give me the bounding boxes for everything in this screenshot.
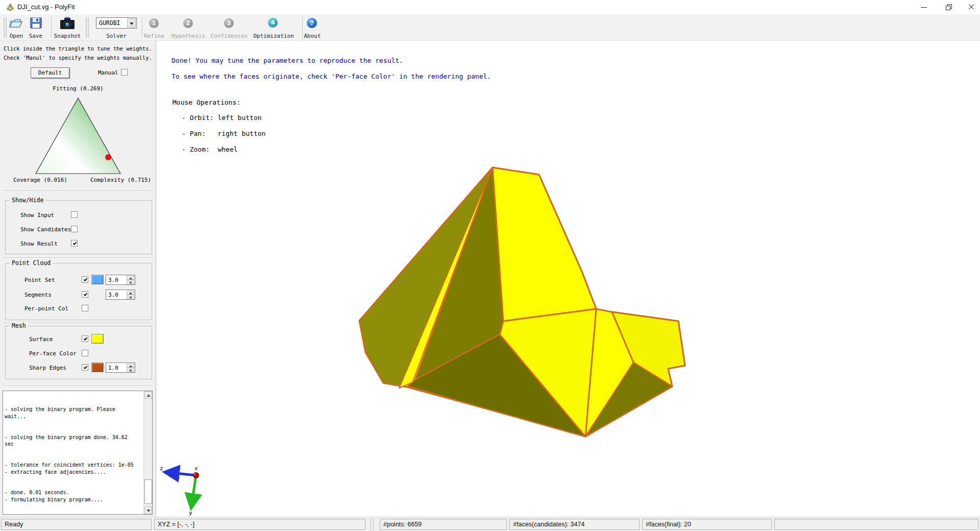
spin-down-icon[interactable] — [127, 295, 134, 299]
per-face-color-checkbox[interactable] — [82, 350, 88, 356]
coverage-label: Coverage (0.016) — [13, 177, 67, 183]
status-empty — [774, 519, 978, 530]
snapshot-camera-icon[interactable] — [59, 16, 76, 30]
scroll-up-icon[interactable] — [144, 391, 152, 399]
instruction-line2: Check 'Manul' to specify the weights man… — [4, 55, 152, 61]
open-folder-icon[interactable] — [8, 17, 23, 29]
render-viewport[interactable]: Done! You may tune the parameters to rep… — [157, 41, 980, 517]
restore-button[interactable] — [938, 0, 962, 14]
point-set-checkbox[interactable] — [82, 276, 88, 283]
mesh-3d[interactable] — [307, 148, 705, 454]
status-faces-final: #faces(final): 20 — [642, 519, 772, 530]
default-button[interactable]: Default — [31, 67, 69, 78]
separator — [3, 257, 152, 258]
point-set-color-button[interactable] — [91, 275, 104, 284]
axis-origin — [193, 472, 199, 478]
surface-color-button[interactable] — [91, 334, 104, 344]
point-set-label: Point Set — [24, 277, 55, 283]
message-line2: To see where the faces originate, check … — [172, 73, 491, 80]
step1-refine-button[interactable]: Refine — [142, 33, 166, 39]
scroll-down-icon[interactable] — [144, 506, 152, 514]
show-candidates-label: Show Candidates — [20, 226, 71, 233]
show-candidates-checkbox[interactable] — [71, 226, 78, 232]
show-result-label: Show Result — [20, 240, 58, 247]
mouse-ops-zoom: - Zoom: wheel — [182, 146, 238, 153]
save-floppy-icon[interactable] — [30, 17, 43, 29]
show-result-checkbox[interactable] — [71, 240, 78, 247]
per-point-col-label: Per-point Col — [24, 305, 68, 312]
mesh-title: Mesh — [10, 322, 28, 329]
sharp-edges-label: Sharp Edges — [29, 365, 66, 371]
left-panel: Click inside the triangle to tune the we… — [0, 41, 156, 517]
spin-down-icon[interactable] — [127, 280, 134, 284]
log-text: - solving the binary program. Pleasewait… — [5, 392, 142, 515]
log-scrollbar[interactable] — [143, 391, 152, 514]
sharp-edges-checkbox[interactable] — [82, 364, 88, 371]
separator — [3, 190, 152, 191]
show-input-label: Show Input — [20, 212, 54, 219]
axis-gizmo: z x y — [157, 462, 208, 518]
status-xyz: XYZ = [-, -, -] — [154, 519, 365, 530]
weight-triangle[interactable] — [20, 89, 133, 179]
scrollbar-thumb[interactable] — [144, 479, 152, 504]
per-point-col-checkbox[interactable] — [82, 305, 88, 311]
axis-z-label: z — [160, 465, 163, 472]
spin-up-icon[interactable] — [127, 276, 134, 280]
mesh-face — [493, 167, 596, 321]
log-output[interactable]: - solving the binary program. Pleasewait… — [3, 391, 153, 515]
message-line1: Done! You may tune the parameters to rep… — [172, 57, 403, 64]
mouse-ops-orbit: - Orbit: left button — [182, 114, 262, 122]
sharp-edges-color-button[interactable] — [91, 363, 104, 372]
surface-checkbox[interactable] — [82, 335, 88, 342]
weight-dot[interactable] — [105, 154, 111, 160]
mouse-ops-title: Mouse Operations: — [173, 99, 240, 106]
step4-optimization-icon[interactable]: 4 — [268, 18, 278, 28]
complexity-label: Complexity (0.715) — [90, 177, 151, 183]
step2-hypothesis-button[interactable]: Hypothesis — [169, 33, 207, 39]
title-bar: DJI_cut.vg - PolyFit — [0, 0, 980, 14]
manual-label: Manual — [98, 69, 118, 76]
status-points: #points: 6659 — [380, 519, 507, 530]
point-cloud-title: Point Cloud — [10, 259, 53, 267]
spin-up-icon[interactable] — [127, 291, 134, 295]
step2-hypothesis-icon[interactable]: 2 — [183, 18, 193, 28]
save-button[interactable]: Save — [27, 33, 45, 39]
toolbar-grip[interactable] — [86, 17, 89, 38]
step4-optimization-button[interactable]: Optimization — [252, 33, 296, 39]
status-divider — [371, 518, 374, 530]
axis-x-label: x — [194, 465, 198, 472]
axis-y-arrow — [191, 475, 196, 506]
spin-down-icon[interactable] — [127, 368, 134, 372]
status-ready: Ready — [1, 519, 152, 530]
show-input-checkbox[interactable] — [71, 211, 78, 218]
toolbar-grip[interactable] — [4, 17, 7, 38]
minimize-button[interactable] — [914, 0, 937, 14]
close-button[interactable] — [963, 0, 980, 14]
surface-label: Surface — [29, 336, 53, 343]
per-face-color-label: Per-face Color — [29, 350, 77, 357]
separator — [3, 385, 152, 387]
segments-checkbox[interactable] — [82, 291, 88, 298]
step3-confidences-icon[interactable]: 3 — [224, 18, 234, 28]
open-button[interactable]: Open — [7, 33, 26, 39]
segments-label: Segments — [24, 292, 52, 298]
manual-checkbox[interactable] — [121, 69, 128, 76]
toolbar-separator — [51, 17, 52, 38]
status-faces-candidates: #faces(candidates): 3474 — [509, 519, 640, 530]
spin-up-icon[interactable] — [127, 364, 134, 368]
app-logo-icon — [6, 3, 14, 11]
snapshot-button[interactable]: Snapshot — [53, 33, 82, 39]
segments-size-spinner[interactable]: 3.0 — [106, 289, 135, 300]
toolbar: Open Save Snapshot GUROBI Solver 1 Refin… — [0, 14, 980, 41]
solver-combobox[interactable]: GUROBI — [96, 17, 137, 29]
step1-refine-icon[interactable]: 1 — [149, 18, 159, 28]
sharp-edges-width-spinner[interactable]: 1.0 — [106, 363, 135, 373]
solver-value: GUROBI — [99, 19, 120, 27]
window-title: DJI_cut.vg - PolyFit — [17, 3, 75, 11]
step3-confidences-button[interactable]: Confidences — [208, 33, 250, 39]
combo-dropdown-icon[interactable] — [127, 18, 136, 28]
about-button[interactable]: About — [302, 33, 323, 39]
about-icon[interactable]: ? — [307, 18, 317, 28]
point-set-size-spinner[interactable]: 3.0 — [106, 275, 135, 285]
show-hide-title: Show/Hide — [10, 197, 45, 204]
